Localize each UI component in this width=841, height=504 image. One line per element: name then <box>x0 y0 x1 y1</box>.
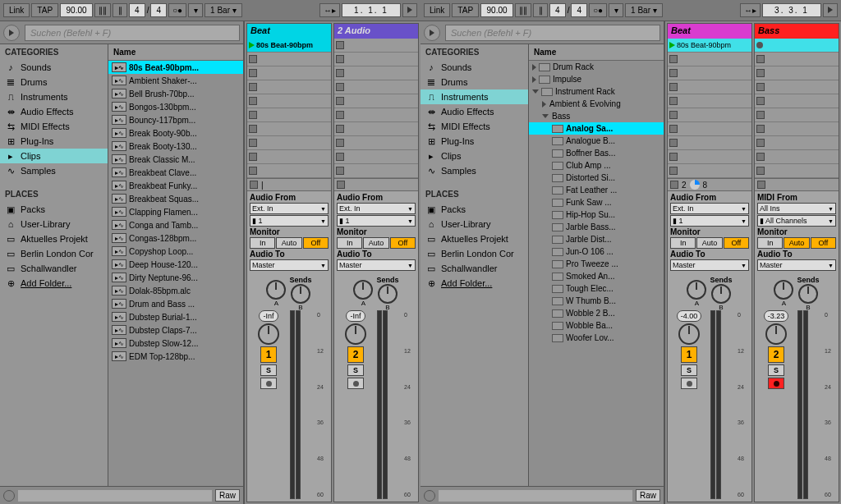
send-b-knob[interactable] <box>378 284 398 304</box>
clip-item[interactable]: ▸∿80s Beat-90bpm... <box>108 61 243 74</box>
clip-slot[interactable] <box>668 53 751 66</box>
place-user-library[interactable]: ⌂User-Library <box>420 217 528 231</box>
place-current-project[interactable]: ▭Aktuelles Projekt <box>0 231 108 246</box>
stop-all-icon[interactable] <box>337 181 345 189</box>
headphone-icon[interactable] <box>3 490 15 502</box>
monitor-auto[interactable]: Auto <box>276 237 301 249</box>
clip-slot[interactable] <box>334 136 418 150</box>
solo-button[interactable]: S <box>681 364 697 376</box>
waveform-preview[interactable] <box>18 490 212 502</box>
clip-slot[interactable] <box>247 164 331 178</box>
place-packs[interactable]: ▣Packs <box>0 202 108 217</box>
cat-instruments[interactable]: ⎍Instruments <box>0 89 108 104</box>
tree-item[interactable]: Impulse <box>529 73 664 85</box>
name-header[interactable]: Name <box>108 44 243 61</box>
clip-slot[interactable] <box>755 66 839 80</box>
arm-button[interactable] <box>681 378 697 389</box>
cat-clips[interactable]: ▸Clips <box>0 149 108 163</box>
clip-item[interactable]: ▸∿Dubstep Claps-7... <box>108 323 243 337</box>
cat-samples[interactable]: ∿Samples <box>0 163 108 178</box>
solo-button[interactable]: S <box>768 364 784 376</box>
arm-button[interactable] <box>347 378 364 389</box>
sig-num[interactable]: 4 <box>549 3 566 17</box>
solo-button[interactable]: S <box>260 364 277 376</box>
cat-clips[interactable]: ▸Clips <box>420 149 528 163</box>
metronome-toggle[interactable]: ○● <box>168 3 186 17</box>
tree-item[interactable]: Hip-Hop Su... <box>529 208 664 221</box>
search-input[interactable] <box>445 25 660 41</box>
tree-item[interactable]: Jarble Dist... <box>529 233 664 245</box>
quantize-menu[interactable]: 1 Bar ▾ <box>625 3 663 17</box>
tree-item[interactable]: Club Amp ... <box>529 159 664 172</box>
tree-item[interactable]: Smoked An... <box>529 270 664 282</box>
preview-icon[interactable] <box>3 25 20 41</box>
metronome-toggle[interactable]: ○● <box>589 3 607 17</box>
track-header-bass[interactable]: Bass <box>755 24 839 39</box>
clip-item[interactable]: ▸∿Copyshop Loop... <box>108 245 243 258</box>
clip-slot[interactable] <box>668 80 751 94</box>
monitor-in[interactable]: In <box>337 237 362 249</box>
place-schallwandler[interactable]: ▭Schallwandler <box>420 261 528 276</box>
midi-input-type[interactable]: All Ins▼ <box>757 203 836 214</box>
place-user-library[interactable]: ⌂User-Library <box>0 217 108 231</box>
tree-item[interactable]: Distorted Si... <box>529 172 664 184</box>
nudge-down-icon[interactable]: ∥∥ <box>515 3 531 17</box>
send-b-knob[interactable] <box>798 284 818 304</box>
clip-item[interactable]: ▸∿Breakbeat Squas... <box>108 192 243 205</box>
monitor-in[interactable]: In <box>670 237 696 249</box>
clip-item[interactable]: ▸∿Congas-128bpm... <box>108 231 243 245</box>
tempo-field[interactable]: 90.00 <box>480 3 513 17</box>
add-folder[interactable]: ⊕Add Folder... <box>420 276 528 291</box>
clip-slot[interactable] <box>334 150 418 164</box>
tree-item[interactable]: Jarble Bass... <box>529 221 664 233</box>
monitor-off[interactable]: Off <box>303 237 329 249</box>
volume-value[interactable]: -3.23 <box>764 310 789 322</box>
tree-item-selected[interactable]: Analog Sa... <box>529 122 664 135</box>
clip-slot[interactable] <box>247 66 331 80</box>
link-button[interactable]: Link <box>3 3 30 17</box>
volume-value[interactable]: -4.00 <box>677 310 702 322</box>
place-schallwandler[interactable]: ▭Schallwandler <box>0 261 108 276</box>
sig-den[interactable]: 4 <box>571 3 587 17</box>
waveform-preview[interactable] <box>439 490 632 502</box>
place-current-project[interactable]: ▭Aktuelles Projekt <box>420 231 528 246</box>
tree-item[interactable]: Analogue B... <box>529 135 664 147</box>
position-display[interactable]: 3. 3. 1 <box>762 3 821 17</box>
tree-item[interactable]: Fat Leather ... <box>529 184 664 196</box>
input-channel[interactable]: ▮ 1▼ <box>250 215 329 227</box>
track-header-2audio[interactable]: 2 Audio <box>334 24 418 39</box>
tree-item[interactable]: Jun-O 106 ... <box>529 245 664 258</box>
output-routing[interactable]: Master▼ <box>757 259 836 271</box>
cat-plugins[interactable]: ⊞Plug-Ins <box>0 134 108 149</box>
clip-slot[interactable] <box>755 94 839 108</box>
nudge-up-icon[interactable]: ∥ <box>533 3 548 17</box>
tree-item[interactable]: W Thumb B... <box>529 295 664 307</box>
clip-item[interactable]: ▸∿Ambient Shaker-... <box>108 74 243 87</box>
headphone-icon[interactable] <box>424 490 435 502</box>
place-berlin[interactable]: ▭Berlin London Cor <box>420 246 528 261</box>
output-routing[interactable]: Master▼ <box>670 259 749 271</box>
place-packs[interactable]: ▣Packs <box>420 202 528 217</box>
pan-knob[interactable] <box>258 323 279 345</box>
preview-icon[interactable] <box>424 25 440 41</box>
send-a-knob[interactable] <box>353 280 373 300</box>
pan-knob[interactable] <box>345 323 366 345</box>
clip-slot[interactable] <box>247 136 331 150</box>
follow-icon[interactable]: ↔▸ <box>319 3 340 17</box>
clip-item[interactable]: ▸∿Dolak-85bpm.alc <box>108 284 243 297</box>
monitor-in[interactable]: In <box>757 237 783 249</box>
place-berlin[interactable]: ▭Berlin London Cor <box>0 246 108 261</box>
add-folder[interactable]: ⊕Add Folder... <box>0 276 108 291</box>
tempo-field[interactable]: 90.00 <box>60 3 93 17</box>
clip-slot[interactable] <box>668 94 751 108</box>
clip-item[interactable]: ▸∿Clapping Flamen... <box>108 205 243 218</box>
input-type[interactable]: Ext. In▼ <box>250 203 329 214</box>
clip-slot[interactable] <box>668 66 751 80</box>
input-type[interactable]: Ext. In▼ <box>670 203 749 214</box>
sig-den[interactable]: 4 <box>150 3 167 17</box>
monitor-off[interactable]: Off <box>724 237 749 249</box>
quantize-menu[interactable]: 1 Bar ▾ <box>205 3 242 17</box>
arm-button[interactable] <box>260 378 277 389</box>
pan-knob[interactable] <box>765 323 787 345</box>
clip-slot[interactable] <box>247 108 331 122</box>
